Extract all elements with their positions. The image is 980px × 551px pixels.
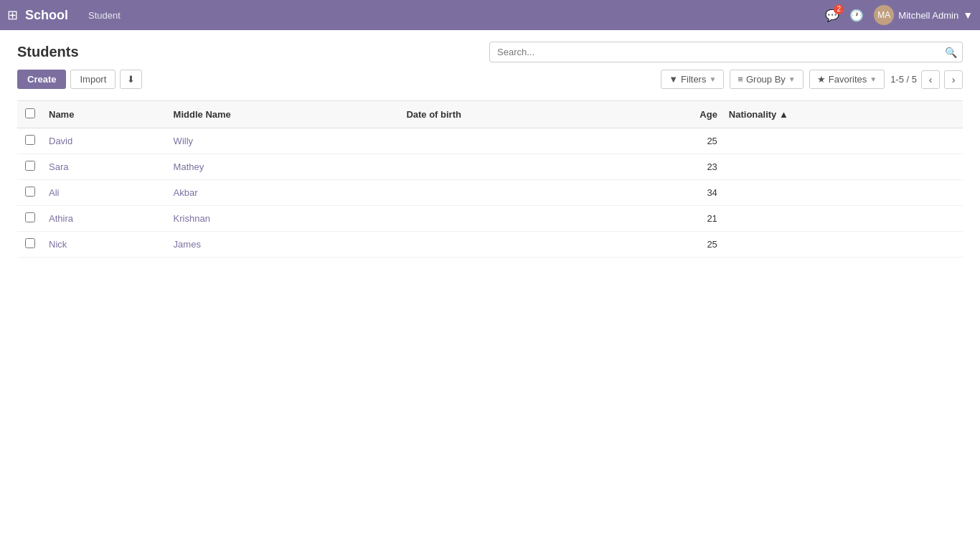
topbar-right: 💬 2 🕐 MA Mitchell Admin ▼: [825, 5, 973, 25]
row-age: 23: [625, 154, 723, 180]
toolbar-right: ▼ Filters ▼ ≡ Group By ▼ ★ Favorites ▼ 1…: [661, 70, 963, 89]
row-name[interactable]: Sara: [43, 154, 168, 180]
nav-student[interactable]: Student: [83, 10, 126, 21]
row-middle-name[interactable]: Willy: [168, 128, 401, 154]
row-checkbox-cell: [17, 232, 43, 258]
row-age: 25: [625, 232, 723, 258]
toolbar: Create Import ⬇ ▼ Filters ▼ ≡ Group By ▼…: [17, 70, 963, 89]
row-name[interactable]: Nick: [43, 232, 168, 258]
page-title: Students: [17, 44, 79, 60]
row-nationality: [723, 128, 963, 154]
table-row[interactable]: Sara Mathey 23: [17, 154, 963, 180]
username: Mitchell Admin: [898, 10, 958, 21]
download-icon: ⬇: [127, 74, 135, 85]
col-header-name[interactable]: Name: [43, 101, 168, 128]
row-name[interactable]: Athira: [43, 206, 168, 232]
row-checkbox-cell: [17, 154, 43, 180]
main-content: Students 🔍 Create Import ⬇ ▼ Filters ▼ ≡: [0, 30, 980, 551]
filters-button[interactable]: ▼ Filters ▼: [661, 70, 724, 89]
group-by-label: Group By: [746, 74, 786, 85]
row-checkbox-cell: [17, 180, 43, 206]
search-container: 🔍: [489, 42, 963, 62]
group-by-button[interactable]: ≡ Group By ▼: [730, 70, 803, 89]
row-nationality: [723, 180, 963, 206]
row-nationality: [723, 232, 963, 258]
col-header-age[interactable]: Age: [625, 101, 723, 128]
pagination-next[interactable]: ›: [944, 70, 963, 89]
filter-icon: ▼: [669, 74, 678, 85]
row-nationality: [723, 206, 963, 232]
row-dob: [400, 128, 625, 154]
star-icon: ★: [817, 74, 826, 85]
pagination-prev[interactable]: ‹: [921, 70, 940, 89]
pagination-text: 1-5 / 5: [890, 74, 917, 85]
table-row[interactable]: Ali Akbar 34: [17, 180, 963, 206]
avatar: MA: [874, 5, 894, 25]
col-header-dob[interactable]: Date of birth: [400, 101, 625, 128]
group-by-arrow: ▼: [788, 75, 796, 83]
filters-arrow: ▼: [709, 75, 716, 83]
row-dob: [400, 180, 625, 206]
user-dropdown-arrow: ▼: [963, 9, 973, 21]
row-dob: [400, 206, 625, 232]
row-middle-name[interactable]: Akbar: [168, 180, 401, 206]
list-icon: ≡: [738, 74, 743, 85]
table-row[interactable]: Nick James 25: [17, 232, 963, 258]
table-header-row: Name Middle Name Date of birth Age Natio…: [17, 101, 963, 128]
col-header-check: [17, 101, 43, 128]
create-button[interactable]: Create: [17, 70, 66, 89]
favorites-arrow: ▼: [870, 75, 877, 83]
download-button[interactable]: ⬇: [120, 70, 142, 89]
row-middle-name[interactable]: Krishnan: [168, 206, 401, 232]
import-button[interactable]: Import: [70, 70, 116, 89]
students-table: Name Middle Name Date of birth Age Natio…: [17, 100, 963, 258]
sort-arrow-nationality: ▲: [779, 109, 788, 120]
favorites-label: Favorites: [829, 74, 867, 85]
row-age: 21: [625, 206, 723, 232]
favorites-button[interactable]: ★ Favorites ▼: [809, 70, 885, 89]
select-all-checkbox[interactable]: [25, 108, 35, 118]
row-checkbox-cell: [17, 128, 43, 154]
row-nationality: [723, 154, 963, 180]
row-checkbox[interactable]: [25, 135, 35, 145]
user-menu[interactable]: MA Mitchell Admin ▼: [874, 5, 973, 25]
grid-icon[interactable]: ⊞: [7, 7, 18, 23]
row-name[interactable]: David: [43, 128, 168, 154]
row-checkbox[interactable]: [25, 161, 35, 171]
chat-badge: 2: [834, 4, 844, 14]
filters-label: Filters: [681, 74, 706, 85]
search-input[interactable]: [489, 42, 963, 62]
row-checkbox-cell: [17, 206, 43, 232]
row-middle-name[interactable]: Mathey: [168, 154, 401, 180]
row-age: 25: [625, 128, 723, 154]
app-title: School: [25, 8, 68, 23]
chat-button[interactable]: 💬 2: [825, 9, 839, 22]
row-age: 34: [625, 180, 723, 206]
row-middle-name[interactable]: James: [168, 232, 401, 258]
table-row[interactable]: David Willy 25: [17, 128, 963, 154]
row-checkbox[interactable]: [25, 187, 35, 197]
pagination: 1-5 / 5 ‹ ›: [890, 70, 963, 89]
col-header-nationality[interactable]: Nationality ▲: [723, 101, 963, 128]
row-dob: [400, 232, 625, 258]
row-checkbox[interactable]: [25, 238, 35, 248]
col-header-middle-name[interactable]: Middle Name: [168, 101, 401, 128]
toolbar-left: Create Import ⬇: [17, 70, 142, 89]
topbar: ⊞ School Student 💬 2 🕐 MA Mitchell Admin…: [0, 0, 980, 30]
row-checkbox[interactable]: [25, 212, 35, 222]
clock-button[interactable]: 🕐: [849, 9, 864, 22]
row-dob: [400, 154, 625, 180]
table-row[interactable]: Athira Krishnan 21: [17, 206, 963, 232]
row-name[interactable]: Ali: [43, 180, 168, 206]
